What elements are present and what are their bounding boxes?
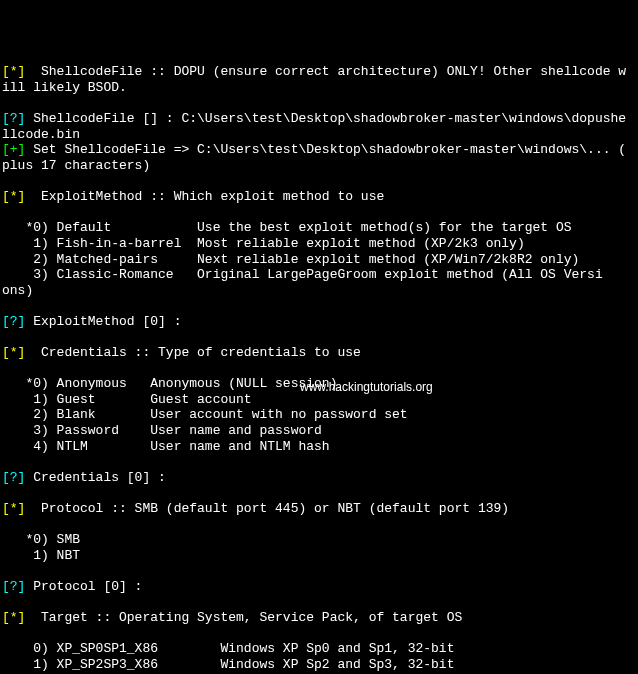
credentials-prompt[interactable]: Credentials [0] : bbox=[25, 470, 165, 485]
terminal-output: [*] ShellcodeFile :: DOPU (ensure correc… bbox=[2, 64, 638, 674]
info-marker: [*] bbox=[2, 501, 25, 516]
prompt-marker: [?] bbox=[2, 111, 25, 126]
target-option: 0) XP_SP0SP1_X86 Windows XP Sp0 and Sp1,… bbox=[2, 641, 638, 657]
option-item: 3) Password User name and password bbox=[2, 423, 638, 439]
info-marker: [*] bbox=[2, 345, 25, 360]
option-item: 4) NTLM User name and NTLM hash bbox=[2, 439, 638, 455]
option-item: 1) Fish-in-a-barrel Most reliable exploi… bbox=[2, 236, 638, 252]
info-marker: [*] bbox=[2, 610, 25, 625]
option-item: 1) NBT bbox=[2, 548, 638, 564]
option-default: *0) SMB bbox=[2, 532, 638, 548]
exploit-method-prompt[interactable]: ExploitMethod [0] : bbox=[25, 314, 181, 329]
option-item: 2) Matched-pairs Next reliable exploit m… bbox=[2, 252, 638, 268]
info-marker: [*] bbox=[2, 189, 25, 204]
prompt-marker: [?] bbox=[2, 579, 25, 594]
prompt-marker: [?] bbox=[2, 470, 25, 485]
target-option: 1) XP_SP2SP3_X86 Windows XP Sp2 and Sp3,… bbox=[2, 657, 638, 673]
info-marker: [*] bbox=[2, 64, 25, 79]
watermark: www.hackingtutorials.org bbox=[300, 380, 433, 394]
prompt-marker: [?] bbox=[2, 314, 25, 329]
option-item: 2) Blank User account with no password s… bbox=[2, 407, 638, 423]
protocol-prompt[interactable]: Protocol [0] : bbox=[25, 579, 142, 594]
option-item: 3) Classic-Romance Original LargePageGro… bbox=[2, 267, 638, 283]
success-marker: [+] bbox=[2, 142, 25, 157]
option-default: *0) Default Use the best exploit method(… bbox=[2, 220, 638, 236]
